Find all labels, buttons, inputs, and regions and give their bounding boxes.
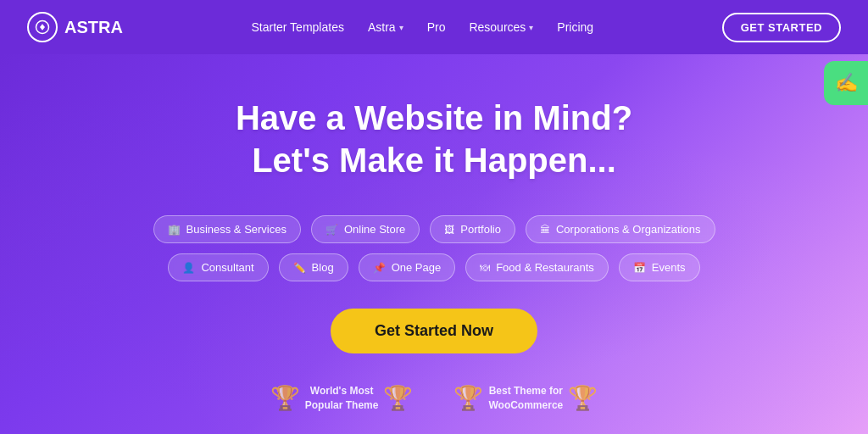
pill-label: Corporations & Organizations: [556, 223, 701, 236]
pill-label: Blog: [312, 261, 334, 274]
nav-item-starter-templates[interactable]: Starter Templates: [251, 20, 343, 34]
food-icon: 🍽: [480, 262, 490, 274]
hero-title-line1: Have a Website in Mind?: [236, 99, 632, 136]
pill-label: Food & Restaurants: [496, 261, 594, 274]
laurel-right-icon-2: 🏆: [568, 387, 598, 410]
navigation: ASTRA Starter Templates Astra ▾ Pro Reso…: [0, 0, 868, 54]
nav-label: Starter Templates: [251, 20, 343, 34]
pill-blog[interactable]: ✏️ Blog: [279, 253, 348, 281]
floating-icon: ✍️: [824, 61, 868, 105]
laurel-right-icon: 🏆: [383, 387, 413, 410]
building-icon: 🏢: [168, 224, 181, 236]
corporations-icon: 🏛: [540, 224, 550, 236]
pill-corporations[interactable]: 🏛 Corporations & Organizations: [526, 215, 715, 243]
one-page-icon: 📌: [373, 262, 386, 274]
pill-label: Business & Services: [186, 223, 287, 236]
pill-label: Events: [652, 261, 686, 274]
nav-label: Astra: [368, 20, 396, 34]
logo[interactable]: ASTRA: [27, 12, 123, 42]
pill-label: Portfolio: [460, 223, 501, 236]
pill-events[interactable]: 📅 Events: [619, 253, 700, 281]
nav-label: Resources: [469, 20, 526, 34]
categories-row-1: 🏢 Business & Services 🛒 Online Store 🖼 P…: [153, 215, 715, 243]
pill-food-restaurants[interactable]: 🍽 Food & Restaurants: [465, 253, 609, 281]
nav-item-astra[interactable]: Astra ▾: [368, 20, 403, 34]
laurel-left-icon: 🏆: [270, 387, 300, 410]
cart-icon: 🛒: [326, 224, 338, 236]
award-laurel-1: 🏆 World's Most Popular Theme 🏆: [270, 384, 414, 413]
hero-title-line2: Let's Make it Happen...: [252, 142, 616, 179]
pill-online-store[interactable]: 🛒 Online Store: [311, 215, 420, 243]
awards: 🏆 World's Most Popular Theme 🏆 🏆 Best Th…: [270, 384, 598, 413]
nav-item-pricing[interactable]: Pricing: [557, 20, 593, 34]
laurel-left-icon-2: 🏆: [453, 387, 483, 410]
nav-item-pro[interactable]: Pro: [427, 20, 446, 34]
pill-one-page[interactable]: 📌 One Page: [359, 253, 456, 281]
hero-title: Have a Website in Mind? Let's Make it Ha…: [236, 97, 632, 181]
award-laurel-2: 🏆 Best Theme for WooCommerce 🏆: [453, 384, 598, 413]
events-icon: 📅: [633, 262, 646, 274]
pill-label: Online Store: [344, 223, 405, 236]
pill-label: Consultant: [201, 261, 253, 274]
chevron-down-icon: ▾: [399, 23, 403, 32]
categories: 🏢 Business & Services 🛒 Online Store 🖼 P…: [153, 215, 715, 281]
award-text-2: Best Theme for WooCommerce: [488, 384, 563, 413]
consultant-icon: 👤: [182, 262, 195, 274]
hero-section: ✍️ Have a Website in Mind? Let's Make it…: [0, 54, 868, 434]
award-text-1: World's Most Popular Theme: [305, 384, 379, 413]
chevron-down-icon: ▾: [529, 23, 533, 32]
pill-consultant[interactable]: 👤 Consultant: [168, 253, 268, 281]
award-woocommerce: 🏆 Best Theme for WooCommerce 🏆: [453, 384, 598, 413]
nav-get-started-button[interactable]: GET STARTED: [722, 13, 841, 42]
pen-icon: ✍️: [835, 72, 858, 94]
pill-portfolio[interactable]: 🖼 Portfolio: [430, 215, 515, 243]
pill-business-services[interactable]: 🏢 Business & Services: [153, 215, 302, 243]
nav-label: Pricing: [557, 20, 593, 34]
categories-row-2: 👤 Consultant ✏️ Blog 📌 One Page 🍽 Food &…: [168, 253, 699, 281]
portfolio-icon: 🖼: [444, 224, 454, 236]
nav-label: Pro: [427, 20, 446, 34]
logo-text: ASTRA: [64, 18, 123, 37]
logo-icon: [27, 12, 58, 42]
nav-item-resources[interactable]: Resources ▾: [469, 20, 533, 34]
blog-icon: ✏️: [293, 262, 306, 274]
award-popular-theme: 🏆 World's Most Popular Theme 🏆: [270, 384, 414, 413]
nav-links: Starter Templates Astra ▾ Pro Resources …: [251, 20, 593, 34]
get-started-button[interactable]: Get Started Now: [331, 309, 537, 353]
pill-label: One Page: [392, 261, 442, 274]
